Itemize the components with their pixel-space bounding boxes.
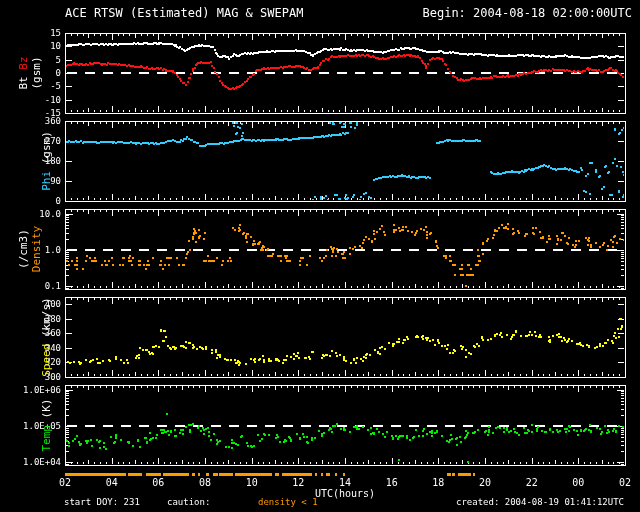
y-tick-label: 10.0 (0, 209, 61, 219)
y-tick-label: 0 (0, 196, 61, 206)
y-axis-label-part: (km/s) (40, 297, 53, 337)
y-tick-label: 10 (0, 41, 61, 51)
x-tick-label: 02 (53, 477, 77, 488)
y-tick-label: 1.0E+04 (0, 457, 61, 467)
y-axis-label: Temp (K) (40, 399, 53, 452)
y-tick-label: 15 (0, 28, 61, 38)
x-tick-label: 08 (193, 477, 217, 488)
x-tick-label: 12 (286, 477, 310, 488)
x-tick-label: 04 (100, 477, 124, 488)
y-tick-label: 0.1 (0, 281, 61, 291)
y-axis-label: Phi (gsm) (40, 131, 53, 191)
y-axis-label-part: Density (30, 226, 43, 272)
x-tick-label: 18 (426, 477, 450, 488)
created-timestamp: created: 2004-08-19 01:41:12UTC (456, 497, 624, 507)
y-tick-label: 360 (0, 116, 61, 126)
x-tick-label: 22 (520, 477, 544, 488)
begin-timestamp: Begin: 2004-08-18 02:00:00UTC (422, 6, 632, 20)
plot-canvas (0, 0, 640, 512)
y-axis-label: Speed (km/s) (40, 297, 53, 377)
x-tick-label: 20 (473, 477, 497, 488)
page-title: ACE RTSW (Estimated) MAG & SWEPAM (65, 6, 303, 20)
x-tick-label: 06 (146, 477, 170, 488)
y-axis-label-part: Bt (17, 70, 30, 90)
x-tick-label: 02 (613, 477, 637, 488)
x-tick-label: 00 (566, 477, 590, 488)
x-tick-label: 14 (333, 477, 357, 488)
y-axis-label-part: (K) (40, 399, 53, 419)
x-tick-label: 16 (380, 477, 404, 488)
y-axis-label-part: (gsm) (30, 56, 43, 89)
y-axis-label: (/cm3)Density (17, 226, 43, 272)
ace-rtsw-plot: ACE RTSW (Estimated) MAG & SWEPAM Begin:… (0, 0, 640, 512)
y-axis-label-part: (/cm3) (17, 229, 30, 269)
y-axis-label: Bt Bz(gsm) (17, 56, 43, 89)
y-axis-label-part: Temp (40, 418, 53, 451)
caution-label: caution: (167, 497, 210, 507)
x-tick-label: 10 (240, 477, 264, 488)
y-axis-label-part: (gsm) (40, 131, 53, 164)
y-axis-label-part: Bz (17, 56, 30, 69)
start-doy-label: start DOY: 231 (64, 497, 140, 507)
y-axis-label-part: Speed (40, 337, 53, 377)
y-axis-label-part: Phi (40, 164, 53, 191)
caution-value: density < 1 (258, 497, 318, 507)
y-tick-label: -10 (0, 95, 61, 105)
y-tick-label: 1.0E+06 (0, 385, 61, 395)
